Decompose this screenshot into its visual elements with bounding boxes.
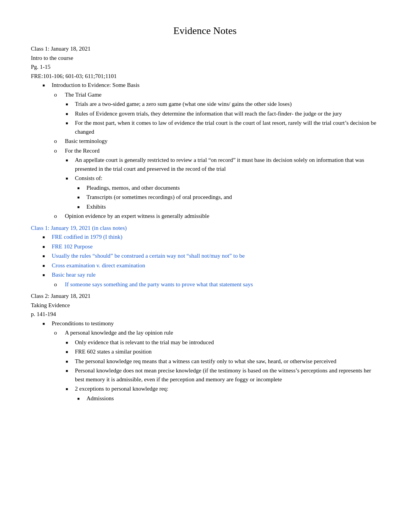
trial-bullet-2-text: Rules of Evidence govern trials, they de… — [75, 109, 342, 118]
record-bullet-2-text: Consists of: — [75, 174, 102, 183]
consists-1: ■ Pleadings, memos, and other documents — [77, 184, 379, 192]
pk-bullet-3-text: The personal knowledge req means that a … — [75, 357, 336, 366]
trial-bullet-1-text: Trials are a two-sided game; a zero sum … — [75, 100, 291, 109]
class2-header: Class 2: January 18, 2021 — [31, 292, 379, 301]
class1-section: Class 1: January 18, 2021 Intro to the c… — [31, 44, 379, 221]
trial-bullet-3-text: For the most part, when it comes to law … — [75, 119, 379, 136]
record-bullet-1-text: An appellate court is generally restrict… — [75, 156, 379, 173]
class1-notes-section: Class 1: January 19, 2021 (in class note… — [31, 224, 379, 289]
consists-2-text: Transcripts (or sometimes recordings) of… — [86, 193, 232, 202]
class1-notes-header: Class 1: January 19, 2021 (in class note… — [31, 224, 379, 233]
bullet-o: o — [54, 280, 63, 289]
for-record-text: For the Record — [65, 146, 100, 155]
exception-1-text: Admissions — [86, 394, 114, 403]
class1-notes-header-text: Class 1: January 19, 2021 (in class note… — [31, 225, 127, 231]
trial-bullet-2: ■ Rules of Evidence govern trials, they … — [66, 109, 379, 118]
bullet-sq: ■ — [66, 386, 73, 392]
basic-term-text: Basic terminology — [65, 137, 107, 146]
bullet-sq: ■ — [66, 101, 73, 107]
for-record-item: o For the Record — [54, 146, 379, 155]
pk-bullet-2: ■ FRE 602 states a similar position — [66, 347, 379, 356]
pk-bullet-5-text: 2 exceptions to personal knowledge req: — [75, 384, 168, 393]
pk-bullet-4: ■ Personal knowledge does not mean preci… — [66, 366, 379, 384]
page-title: Evidence Notes — [31, 23, 379, 38]
bullet-o: o — [54, 146, 63, 155]
pk-bullet-1: ■ Only evidence that is relevant to the … — [66, 338, 379, 347]
class2-subheader2: p. 141-194 — [31, 310, 379, 319]
bullet-sq: ■ — [42, 234, 50, 240]
bullet-o: o — [54, 212, 63, 221]
notes-item-4-text: Cross examination v. direct examination — [52, 261, 145, 270]
consists-1-text: Pleadings, memos, and other documents — [86, 184, 180, 192]
bullet-sq: ■ — [77, 185, 85, 191]
bullet-sq: ■ — [66, 340, 73, 345]
bullet-sq: ■ — [42, 244, 50, 250]
bullet-sq: ■ — [66, 175, 73, 181]
trial-game-item: o The Trial Game — [54, 90, 379, 99]
bullet-sq: ■ — [66, 120, 73, 126]
bullet-o-symbol: o — [54, 90, 63, 99]
bullet-sq: ■ — [42, 272, 50, 278]
trial-game-text: The Trial Game — [65, 90, 102, 99]
intro-bullet: ■ Introduction to Evidence: Some Basis — [42, 81, 379, 90]
bullet-sq: ■ — [66, 157, 73, 163]
trial-bullet-3: ■ For the most part, when it comes to la… — [66, 119, 379, 136]
pk-bullet-2-text: FRE 602 states a similar position — [75, 347, 152, 356]
notes-item-3: ■ Usually the rules “should” be construe… — [42, 252, 379, 260]
exception-1: ■ Admissions — [77, 394, 379, 403]
notes-item-5-text: Basic hear say rule — [52, 270, 96, 279]
bullet-sq: ■ — [77, 204, 85, 210]
notes-subitem-text: If someone says something and the party … — [65, 280, 253, 289]
notes-item-1: ■ FRE codified in 1979 (I think) — [42, 233, 379, 241]
record-bullet-2: ■ Consists of: — [66, 174, 379, 183]
class1-subheader2: Pg. 1-15 — [31, 63, 379, 71]
bullet-o: o — [54, 328, 63, 337]
class2-subheader1: Taking Evidence — [31, 301, 379, 310]
notes-subitem: o If someone says something and the part… — [54, 280, 379, 289]
opinion-item: o Opinion evidence by an expert witness … — [54, 212, 379, 221]
intro-bullet-text: Introduction to Evidence: Some Basis — [52, 81, 139, 90]
pk-bullet-1-text: Only evidence that is relevant to the tr… — [75, 338, 214, 347]
opinion-text: Opinion evidence by an expert witness is… — [65, 212, 209, 221]
bullet-sq: ■ — [77, 396, 85, 401]
personal-knowledge-item: o A personal knowledge and the lay opini… — [54, 328, 379, 337]
notes-item-2: ■ FRE 102 Purpose — [42, 242, 379, 251]
bullet-sq: ■ — [42, 253, 50, 259]
bullet-symbol: ■ — [42, 82, 50, 88]
pk-bullet-3: ■ The personal knowledge req means that … — [66, 357, 379, 366]
class1-header: Class 1: January 18, 2021 — [31, 44, 379, 53]
pk-bullet-5: ■ 2 exceptions to personal knowledge req… — [66, 384, 379, 393]
notes-item-2-text: FRE 102 Purpose — [52, 242, 93, 251]
class2-section: Class 2: January 18, 2021 Taking Evidenc… — [31, 292, 379, 403]
bullet-sq: ■ — [66, 349, 73, 355]
notes-item-3-text: Usually the rules “should” be construed … — [52, 252, 245, 260]
basic-term-item: o Basic terminology — [54, 137, 379, 146]
preconditions-text: Preconditions to testimony — [52, 319, 114, 328]
pk-bullet-4-text: Personal knowledge does not mean precise… — [75, 366, 379, 384]
notes-item-1-text: FRE codified in 1979 (I think) — [52, 233, 122, 241]
bullet-o: o — [54, 137, 63, 146]
consists-2: ■ Transcripts (or sometimes recordings) … — [77, 193, 379, 202]
bullet-sq: ■ — [66, 111, 73, 117]
notes-item-4: ■ Cross examination v. direct examinatio… — [42, 261, 379, 270]
bullet-sq: ■ — [77, 194, 85, 200]
bullet-sq: ■ — [66, 368, 73, 374]
class1-fre: FRE:101-106; 601-03; 611;701;1101 — [31, 72, 379, 81]
class1-subheader1: Intro to the course — [31, 54, 379, 63]
preconditions-bullet: ■ Preconditions to testimony — [42, 319, 379, 328]
trial-bullet-1: ■ Trials are a two-sided game; a zero su… — [66, 100, 379, 109]
consists-3-text: Exhibits — [86, 202, 106, 211]
bullet-sq: ■ — [66, 359, 73, 364]
bullet-sq: ■ — [42, 263, 50, 269]
record-bullet-1: ■ An appellate court is generally restri… — [66, 156, 379, 173]
bullet-sq: ■ — [42, 321, 50, 326]
consists-3: ■ Exhibits — [77, 202, 379, 211]
notes-item-5: ■ Basic hear say rule — [42, 270, 379, 279]
personal-knowledge-text: A personal knowledge and the lay opinion… — [65, 328, 173, 337]
